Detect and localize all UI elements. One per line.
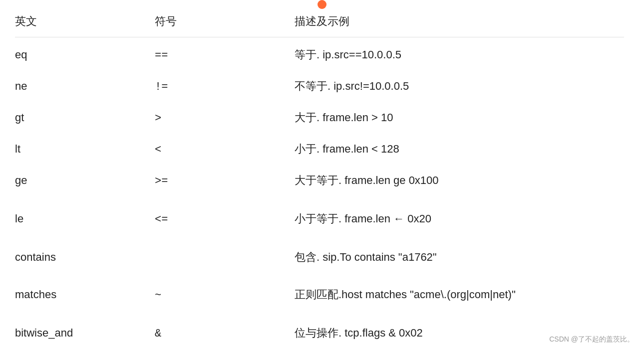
table-row: lt < 小于. frame.len < 128	[15, 134, 624, 165]
row-bitwise-symbol: &	[155, 326, 295, 342]
row-lt-english: lt	[15, 141, 155, 157]
row-le-description: 小于等于. frame.len ← 0x20	[295, 210, 624, 227]
row-le-english: le	[15, 210, 155, 227]
table-row: ne != 不等于. ip.src!=10.0.0.5	[15, 71, 624, 102]
row-eq-symbol: ==	[155, 47, 295, 64]
row-eq-english: eq	[15, 46, 155, 63]
header-symbol: 符号	[155, 14, 295, 29]
row-ne-description: 不等于. ip.src!=10.0.0.5	[295, 78, 624, 94]
header-description: 描述及示例	[295, 14, 624, 29]
row-bitwise-english: bitwise_and	[15, 325, 155, 341]
watermark: CSDN @了不起的盖茨比。	[549, 335, 634, 344]
row-matches-description: 正则匹配.host matches "acme\.(org|com|net)"	[295, 286, 624, 303]
row-matches-english: matches	[15, 286, 155, 303]
table-row: matches ~ 正则匹配.host matches "acme\.(org|…	[15, 276, 624, 311]
row-matches-symbol: ~	[155, 287, 295, 304]
table-row: le <= 小于等于. frame.len ← 0x20	[15, 200, 624, 235]
row-gt-symbol: >	[155, 110, 295, 127]
orange-dot-decoration	[318, 0, 326, 9]
table-container: 英文 符号 描述及示例 eq == 等于. ip.src==10.0.0.5 n…	[0, 0, 644, 350]
row-lt-description: 小于. frame.len < 128	[295, 141, 624, 157]
row-gt-english: gt	[15, 109, 155, 126]
table-row: ge >= 大于等于. frame.len ge 0x100	[15, 165, 624, 196]
row-eq-description: 等于. ip.src==10.0.0.5	[295, 46, 624, 63]
table-header: 英文 符号 描述及示例	[15, 10, 624, 37]
table-row: contains 包含. sip.To contains "a1762"	[15, 239, 624, 272]
header-english: 英文	[15, 14, 155, 29]
table-row: bitwise_and & 位与操作. tcp.flags & 0x02	[15, 315, 624, 349]
table-row: gt > 大于. frame.len > 10	[15, 102, 624, 134]
row-lt-symbol: <	[155, 142, 295, 158]
row-le-symbol: <=	[155, 211, 295, 228]
row-ne-symbol: !=	[155, 79, 295, 95]
row-gt-description: 大于. frame.len > 10	[295, 109, 624, 126]
row-contains-english: contains	[15, 249, 155, 265]
table-row: eq == 等于. ip.src==10.0.0.5	[15, 39, 624, 71]
row-ge-english: ge	[15, 172, 155, 188]
row-ne-english: ne	[15, 78, 155, 94]
row-ge-symbol: >=	[155, 173, 295, 189]
row-ge-description: 大于等于. frame.len ge 0x100	[295, 172, 624, 188]
row-contains-description: 包含. sip.To contains "a1762"	[295, 249, 624, 265]
